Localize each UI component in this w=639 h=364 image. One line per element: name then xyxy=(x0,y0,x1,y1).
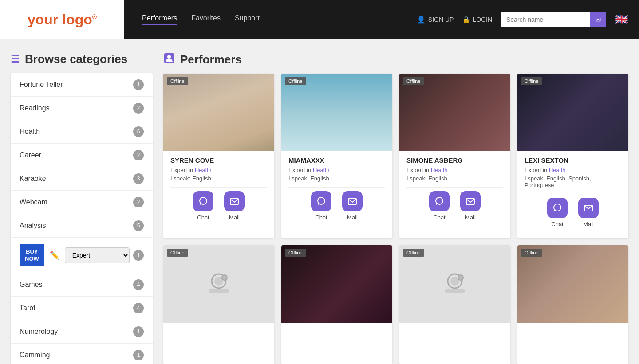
performer-name xyxy=(406,328,503,336)
user-icon: 👤 xyxy=(417,16,426,24)
performer-info: LEXI SEXTON Expert in Health I speak: En… xyxy=(517,151,628,238)
status-badge: Offline xyxy=(403,77,424,85)
expert-link[interactable]: Health xyxy=(313,167,330,173)
buy-now-button[interactable]: BUYNOW xyxy=(20,244,44,266)
logo: your logo® xyxy=(28,12,97,28)
performer-language xyxy=(288,347,385,353)
chat-button[interactable]: Chat xyxy=(193,191,213,221)
performer-image-wrap: Offline xyxy=(281,74,392,151)
performer-language xyxy=(170,347,267,353)
svg-point-17 xyxy=(458,275,463,280)
mail-button[interactable]: Mail xyxy=(342,191,363,221)
expert-link[interactable]: Health xyxy=(549,167,566,173)
category-list: Fortune Teller 1 Readings 2 Health 6 Car… xyxy=(11,73,153,364)
performers-grid: Offline SYREN COVE Expert in Health I sp… xyxy=(163,74,628,364)
performer-icon xyxy=(163,52,175,67)
sidebar-item-readings[interactable]: Readings 2 xyxy=(11,97,153,120)
performer-name xyxy=(170,328,267,336)
status-badge: Offline xyxy=(167,77,188,85)
svg-rect-16 xyxy=(445,289,465,293)
performer-name xyxy=(288,328,385,336)
sidebar-item-health[interactable]: Health 6 xyxy=(11,120,153,144)
section-title: Performers xyxy=(163,52,628,67)
sidebar-item-career[interactable]: Career 2 xyxy=(11,144,153,167)
chat-icon xyxy=(547,198,568,218)
performer-image-wrap: Offline xyxy=(517,245,628,323)
performer-image-wrap: Offline xyxy=(399,245,510,323)
performer-expert xyxy=(170,338,267,345)
performer-info xyxy=(163,323,274,364)
chat-button[interactable]: Chat xyxy=(547,198,568,227)
chat-icon xyxy=(429,191,450,211)
performer-card: Offline SYREN COVE Expert in Health I sp… xyxy=(163,74,274,238)
performer-card: Offline xyxy=(399,245,510,364)
sidebar-item-games[interactable]: Games 4 xyxy=(11,273,153,297)
search-box: ✉ xyxy=(501,12,606,27)
mail-button[interactable]: Mail xyxy=(578,198,599,227)
performer-language: I speak: English xyxy=(288,175,385,182)
performer-language: I speak: English, Spanish, Portuguese xyxy=(525,175,621,188)
lock-icon: 🔒 xyxy=(462,16,470,23)
nav-support[interactable]: Support xyxy=(235,14,260,25)
performer-info xyxy=(399,323,510,364)
mail-icon xyxy=(342,191,363,211)
nav-favorites[interactable]: Favorites xyxy=(191,14,221,25)
chat-icon xyxy=(193,191,213,211)
performer-card: Offline xyxy=(163,245,274,364)
sidebar-item-numerology[interactable]: Numerology 1 xyxy=(11,320,153,344)
sidebar-item-webcam[interactable]: Webcam 2 xyxy=(11,191,153,214)
main-nav: Performers Favorites Support xyxy=(142,14,399,25)
header-right: 👤 SIGN UP 🔒 LOGIN ✉ 🇬🇧 xyxy=(417,12,628,27)
pencil-icon[interactable]: ✏️ xyxy=(48,249,61,262)
mail-icon xyxy=(224,191,245,211)
expert-select[interactable]: Expert Beginner Advanced xyxy=(65,247,130,263)
performer-card: Offline xyxy=(281,245,392,364)
sidebar-title: ☰ Browse categories xyxy=(11,52,153,66)
performer-actions: Chat Mail xyxy=(406,187,503,226)
language-flag[interactable]: 🇬🇧 xyxy=(615,13,628,26)
performer-expert: Expert in Health xyxy=(170,167,267,173)
performer-language: I speak: English xyxy=(170,175,267,182)
expert-link[interactable]: Health xyxy=(195,167,212,173)
mail-icon: ✉ xyxy=(595,16,601,23)
mail-button[interactable]: Mail xyxy=(224,191,245,221)
performer-name: LEXI SEXTON xyxy=(525,157,621,164)
sidebar: ☰ Browse categories Fortune Teller 1 Rea… xyxy=(11,52,153,364)
performer-info: SYREN COVE Expert in Health I speak: Eng… xyxy=(163,151,274,231)
mail-button[interactable]: Mail xyxy=(460,191,481,221)
chat-button[interactable]: Chat xyxy=(429,191,450,221)
performer-name: MIAMAXXX xyxy=(288,157,385,164)
performer-actions: Chat Mail xyxy=(288,187,385,226)
sidebar-item-tarot[interactable]: Tarot 4 xyxy=(11,297,153,320)
nav-performers[interactable]: Performers xyxy=(142,14,177,25)
performer-name: SIMONE ASBERG xyxy=(406,157,503,164)
sidebar-item-analysis[interactable]: Analysis 5 xyxy=(11,214,153,238)
status-badge: Offline xyxy=(285,249,306,257)
performer-language xyxy=(525,347,621,353)
signup-button[interactable]: 👤 SIGN UP xyxy=(417,16,454,24)
performer-card: Offline MIAMAXXX Expert in Health I spea… xyxy=(281,74,392,238)
svg-point-1 xyxy=(167,55,171,59)
login-button[interactable]: 🔒 LOGIN xyxy=(462,16,492,23)
logo-area: your logo® xyxy=(0,0,124,39)
chat-button[interactable]: Chat xyxy=(311,191,331,221)
performer-expert: Expert in Health xyxy=(288,167,385,173)
performer-language: I speak: English xyxy=(406,175,503,182)
sidebar-item-karaoke[interactable]: Karaoke 3 xyxy=(11,167,153,191)
performer-actions: Chat Mail xyxy=(170,187,267,226)
chat-icon xyxy=(311,191,331,211)
no-photo-placeholder xyxy=(163,245,274,323)
search-button[interactable]: ✉ xyxy=(590,12,606,27)
performer-image-wrap: Offline xyxy=(281,245,392,323)
sidebar-item-fortune-teller[interactable]: Fortune Teller 1 xyxy=(11,73,153,97)
performer-name xyxy=(525,328,621,336)
performer-expert: Expert in Health xyxy=(406,167,503,173)
status-badge: Offline xyxy=(403,249,424,257)
status-badge: Offline xyxy=(167,249,188,257)
expert-link[interactable]: Health xyxy=(431,167,448,173)
performer-name: SYREN COVE xyxy=(170,157,267,164)
search-input[interactable] xyxy=(501,12,590,27)
performer-expert xyxy=(525,338,621,345)
performer-image-wrap: Offline xyxy=(163,74,274,151)
sidebar-item-camming[interactable]: Camming 1 xyxy=(11,344,153,364)
